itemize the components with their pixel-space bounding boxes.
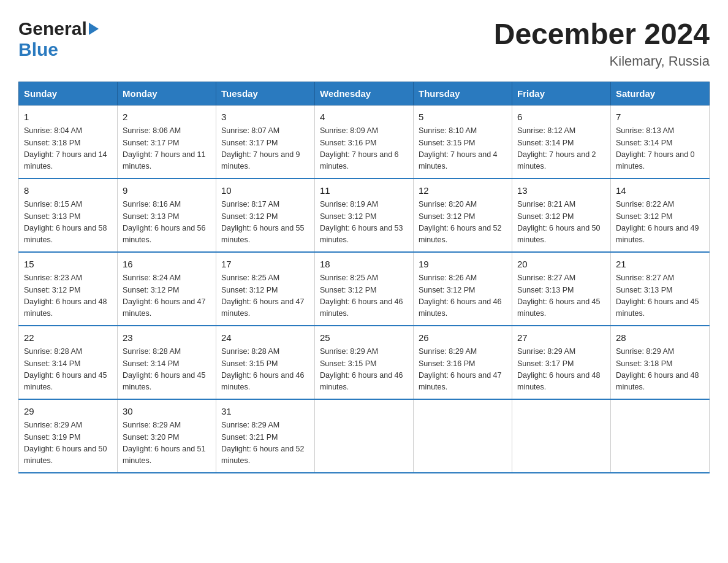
day-number: 16 (123, 258, 211, 272)
day-cell: 3Sunrise: 8:07 AMSunset: 3:17 PMDaylight… (216, 105, 315, 178)
day-info: Sunrise: 8:28 AMSunset: 3:14 PMDaylight:… (24, 346, 112, 394)
day-number: 14 (616, 184, 704, 198)
day-info: Sunrise: 8:29 AMSunset: 3:17 PMDaylight:… (517, 346, 605, 394)
day-number: 30 (123, 405, 211, 419)
day-cell: 12Sunrise: 8:20 AMSunset: 3:12 PMDayligh… (414, 178, 512, 252)
day-number: 22 (24, 331, 112, 345)
day-cell: 1Sunrise: 8:04 AMSunset: 3:18 PMDaylight… (19, 105, 118, 178)
day-info: Sunrise: 8:10 AMSunset: 3:15 PMDaylight:… (419, 125, 507, 173)
day-info: Sunrise: 8:15 AMSunset: 3:13 PMDaylight:… (24, 199, 112, 247)
day-number: 27 (517, 331, 605, 345)
day-cell: 30Sunrise: 8:29 AMSunset: 3:20 PMDayligh… (118, 399, 216, 473)
day-cell: 9Sunrise: 8:16 AMSunset: 3:13 PMDaylight… (118, 178, 216, 252)
day-cell: 7Sunrise: 8:13 AMSunset: 3:14 PMDaylight… (611, 105, 710, 178)
day-cell: 27Sunrise: 8:29 AMSunset: 3:17 PMDayligh… (512, 326, 611, 399)
day-info: Sunrise: 8:22 AMSunset: 3:12 PMDaylight:… (616, 199, 704, 247)
day-cell: 8Sunrise: 8:15 AMSunset: 3:13 PMDaylight… (19, 178, 118, 252)
day-number: 3 (221, 110, 309, 124)
day-info: Sunrise: 8:29 AMSunset: 3:21 PMDaylight:… (221, 419, 309, 467)
logo-triangle-icon (89, 23, 99, 35)
header-day-monday: Monday (118, 82, 216, 105)
day-number: 1 (24, 110, 112, 124)
day-number: 11 (320, 184, 408, 198)
day-info: Sunrise: 8:13 AMSunset: 3:14 PMDaylight:… (616, 125, 704, 173)
week-row-2: 8Sunrise: 8:15 AMSunset: 3:13 PMDaylight… (19, 178, 710, 252)
day-number: 15 (24, 258, 112, 272)
day-number: 26 (419, 331, 507, 345)
day-number: 12 (419, 184, 507, 198)
day-number: 29 (24, 405, 112, 419)
day-cell: 6Sunrise: 8:12 AMSunset: 3:14 PMDaylight… (512, 105, 611, 178)
logo-blue-text: Blue (18, 39, 58, 59)
day-cell: 20Sunrise: 8:27 AMSunset: 3:13 PMDayligh… (512, 252, 611, 326)
header-day-tuesday: Tuesday (216, 82, 315, 105)
day-cell: 29Sunrise: 8:29 AMSunset: 3:19 PMDayligh… (19, 399, 118, 473)
day-number: 4 (320, 110, 408, 124)
day-info: Sunrise: 8:29 AMSunset: 3:20 PMDaylight:… (123, 419, 211, 467)
day-number: 23 (123, 331, 211, 345)
day-info: Sunrise: 8:06 AMSunset: 3:17 PMDaylight:… (123, 125, 211, 173)
day-info: Sunrise: 8:25 AMSunset: 3:12 PMDaylight:… (221, 272, 309, 320)
day-cell: 11Sunrise: 8:19 AMSunset: 3:12 PMDayligh… (315, 178, 414, 252)
day-number: 17 (221, 258, 309, 272)
day-info: Sunrise: 8:19 AMSunset: 3:12 PMDaylight:… (320, 199, 408, 247)
title-block: December 2024 Kilemary, Russia (494, 18, 710, 69)
day-cell: 14Sunrise: 8:22 AMSunset: 3:12 PMDayligh… (611, 178, 710, 252)
day-number: 19 (419, 258, 507, 272)
day-info: Sunrise: 8:26 AMSunset: 3:12 PMDaylight:… (419, 272, 507, 320)
day-cell: 24Sunrise: 8:28 AMSunset: 3:15 PMDayligh… (216, 326, 315, 399)
day-cell: 31Sunrise: 8:29 AMSunset: 3:21 PMDayligh… (216, 399, 315, 473)
day-number: 31 (221, 405, 309, 419)
day-info: Sunrise: 8:04 AMSunset: 3:18 PMDaylight:… (24, 125, 112, 173)
day-number: 24 (221, 331, 309, 345)
day-cell: 23Sunrise: 8:28 AMSunset: 3:14 PMDayligh… (118, 326, 216, 399)
logo: General Blue (18, 18, 99, 60)
day-info: Sunrise: 8:20 AMSunset: 3:12 PMDaylight:… (419, 199, 507, 247)
day-cell: 17Sunrise: 8:25 AMSunset: 3:12 PMDayligh… (216, 252, 315, 326)
day-cell: 16Sunrise: 8:24 AMSunset: 3:12 PMDayligh… (118, 252, 216, 326)
day-info: Sunrise: 8:28 AMSunset: 3:14 PMDaylight:… (123, 346, 211, 394)
day-cell: 22Sunrise: 8:28 AMSunset: 3:14 PMDayligh… (19, 326, 118, 399)
day-info: Sunrise: 8:16 AMSunset: 3:13 PMDaylight:… (123, 199, 211, 247)
day-info: Sunrise: 8:21 AMSunset: 3:12 PMDaylight:… (517, 199, 605, 247)
day-number: 20 (517, 258, 605, 272)
day-info: Sunrise: 8:23 AMSunset: 3:12 PMDaylight:… (24, 272, 112, 320)
calendar-subtitle: Kilemary, Russia (494, 53, 710, 69)
day-number: 25 (320, 331, 408, 345)
day-number: 21 (616, 258, 704, 272)
day-cell: 15Sunrise: 8:23 AMSunset: 3:12 PMDayligh… (19, 252, 118, 326)
day-number: 9 (123, 184, 211, 198)
day-info: Sunrise: 8:27 AMSunset: 3:13 PMDaylight:… (616, 272, 704, 320)
header-day-thursday: Thursday (414, 82, 512, 105)
day-number: 6 (517, 110, 605, 124)
day-cell: 10Sunrise: 8:17 AMSunset: 3:12 PMDayligh… (216, 178, 315, 252)
page-header: General Blue December 2024 Kilemary, Rus… (18, 18, 710, 69)
day-info: Sunrise: 8:09 AMSunset: 3:16 PMDaylight:… (320, 125, 408, 173)
day-number: 18 (320, 258, 408, 272)
day-cell: 5Sunrise: 8:10 AMSunset: 3:15 PMDaylight… (414, 105, 512, 178)
day-cell: 2Sunrise: 8:06 AMSunset: 3:17 PMDaylight… (118, 105, 216, 178)
day-cell (611, 399, 710, 473)
day-cell (315, 399, 414, 473)
calendar-title: December 2024 (494, 18, 710, 51)
day-info: Sunrise: 8:24 AMSunset: 3:12 PMDaylight:… (123, 272, 211, 320)
day-number: 5 (419, 110, 507, 124)
day-number: 8 (24, 184, 112, 198)
day-cell (512, 399, 611, 473)
day-number: 28 (616, 331, 704, 345)
day-number: 7 (616, 110, 704, 124)
day-cell: 4Sunrise: 8:09 AMSunset: 3:16 PMDaylight… (315, 105, 414, 178)
logo-general-text: General (18, 18, 87, 39)
calendar-table: SundayMondayTuesdayWednesdayThursdayFrid… (18, 82, 710, 473)
week-row-3: 15Sunrise: 8:23 AMSunset: 3:12 PMDayligh… (19, 252, 710, 326)
header-day-friday: Friday (512, 82, 611, 105)
day-cell: 18Sunrise: 8:25 AMSunset: 3:12 PMDayligh… (315, 252, 414, 326)
day-cell: 13Sunrise: 8:21 AMSunset: 3:12 PMDayligh… (512, 178, 611, 252)
day-cell: 19Sunrise: 8:26 AMSunset: 3:12 PMDayligh… (414, 252, 512, 326)
day-cell (414, 399, 512, 473)
week-row-5: 29Sunrise: 8:29 AMSunset: 3:19 PMDayligh… (19, 399, 710, 473)
header-day-sunday: Sunday (19, 82, 118, 105)
day-info: Sunrise: 8:29 AMSunset: 3:16 PMDaylight:… (419, 346, 507, 394)
day-info: Sunrise: 8:29 AMSunset: 3:18 PMDaylight:… (616, 346, 704, 394)
day-info: Sunrise: 8:27 AMSunset: 3:13 PMDaylight:… (517, 272, 605, 320)
